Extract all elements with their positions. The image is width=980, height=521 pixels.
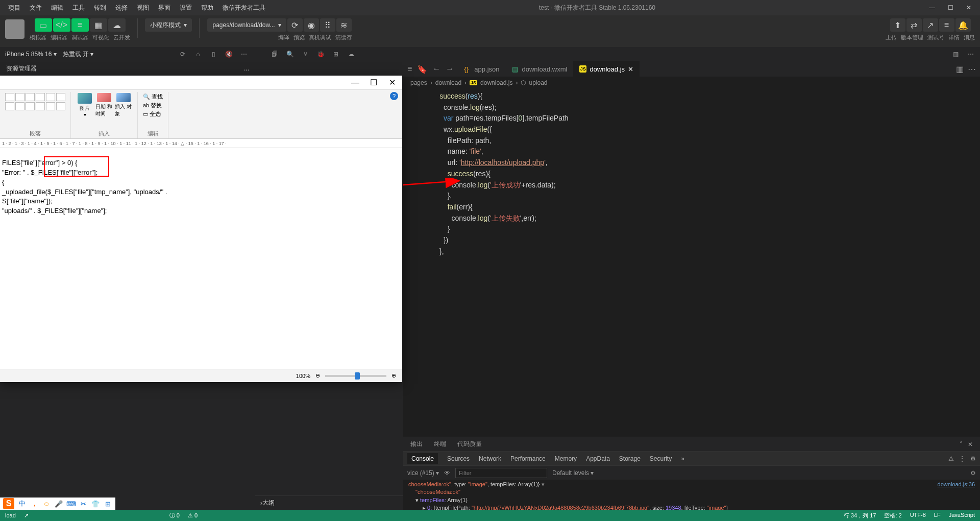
tab-more-icon[interactable]: ⋯ — [968, 64, 976, 74]
version-button[interactable]: ⇄ — [906, 18, 922, 32]
avatar[interactable] — [5, 19, 24, 39]
dt-storage[interactable]: Storage — [619, 455, 641, 462]
cloud-toggle[interactable]: ☁ — [108, 18, 126, 32]
mode-select[interactable]: 小程序模式▾ — [145, 18, 192, 32]
message-button[interactable]: 🔔 — [955, 18, 971, 32]
panel-up-icon[interactable]: ˄ — [960, 441, 963, 448]
preview-button[interactable]: ◉ — [304, 18, 319, 32]
menu-file[interactable]: 文件 — [26, 2, 46, 14]
tab-close-icon[interactable]: ✕ — [628, 65, 633, 73]
phone-icon[interactable]: ▯ — [207, 49, 219, 59]
files-icon[interactable]: 🗐 — [268, 49, 281, 59]
dt-appdata[interactable]: AppData — [586, 455, 610, 462]
ime-logo-icon[interactable]: S — [3, 498, 14, 509]
upload-button[interactable]: ⬆ — [890, 18, 905, 32]
menu-view[interactable]: 视图 — [133, 2, 153, 14]
menu-settings[interactable]: 设置 — [176, 2, 196, 14]
cloud-icon[interactable]: ☁ — [345, 49, 357, 59]
remote-debug-button[interactable]: ⠿ — [320, 18, 335, 32]
ime-voice-icon[interactable]: 🎤 — [54, 499, 63, 508]
justify-icon[interactable] — [36, 102, 45, 110]
dt-network[interactable]: Network — [479, 455, 501, 462]
split-icon[interactable]: ▥ — [956, 64, 964, 74]
editor-nav-icon[interactable]: ≡ — [407, 64, 412, 74]
home-icon[interactable]: ⌂ — [192, 49, 204, 59]
sort-icon[interactable] — [56, 93, 65, 101]
ime-punc[interactable]: ， — [30, 499, 39, 508]
levels-select[interactable]: Default levels ▾ — [552, 469, 594, 477]
menu-devtools[interactable]: 微信开发者工具 — [218, 2, 270, 14]
status-lang[interactable]: JavaScript — [949, 512, 975, 519]
status-cursor[interactable]: 行 34，列 17 — [844, 512, 876, 519]
compile-button[interactable]: ⟳ — [287, 18, 303, 32]
status-errors[interactable]: ⓘ 0 — [169, 512, 180, 519]
line-spacing-icon[interactable] — [46, 102, 55, 110]
dt-sources[interactable]: Sources — [447, 455, 470, 462]
breadcrumb[interactable]: pages›download›JSdownload.js›⬡upload — [403, 77, 980, 89]
layout-icon[interactable]: ▥ — [949, 49, 962, 59]
bookmark-icon[interactable]: 🔖 — [417, 64, 427, 74]
zoom-slider[interactable] — [325, 375, 386, 377]
menu-goto[interactable]: 转到 — [90, 2, 110, 14]
help-icon[interactable]: ? — [390, 92, 398, 100]
console-settings-icon[interactable]: ⚙ — [970, 469, 976, 477]
status-indent[interactable]: 空格: 2 — [884, 512, 901, 519]
search-icon[interactable]: 🔍 — [284, 49, 296, 59]
indent-inc-icon[interactable] — [46, 93, 55, 101]
panel-output[interactable]: 输出 — [410, 440, 423, 448]
filter-input[interactable] — [455, 468, 547, 478]
align-left-icon[interactable] — [5, 102, 14, 110]
dt-warn-icon[interactable]: ⚠ — [948, 455, 954, 462]
panel-codequality[interactable]: 代码质量 — [457, 440, 482, 448]
word-max-button[interactable]: ☐ — [368, 78, 380, 87]
word-close-button[interactable]: ✕ — [386, 78, 398, 87]
minimize-button[interactable]: — — [925, 3, 939, 13]
ime-lang[interactable]: 中 — [17, 499, 27, 508]
ime-tool-icon[interactable]: ⊞ — [103, 499, 112, 508]
menu-edit[interactable]: 编辑 — [47, 2, 67, 14]
detail-button[interactable]: ≡ — [939, 18, 954, 32]
dt-more[interactable]: » — [681, 455, 684, 462]
testid-button[interactable]: ↗ — [923, 18, 938, 32]
console-source-link[interactable]: download.js:36 — [938, 481, 975, 488]
device-select[interactable]: iPhone 5 85% 16 ▾ — [5, 51, 57, 58]
align-right-icon[interactable] — [26, 102, 35, 110]
panel-close-icon[interactable]: ✕ — [968, 441, 973, 448]
status-warnings[interactable]: ⚠ 0 — [188, 512, 198, 519]
menu-ui[interactable]: 界面 — [154, 2, 175, 14]
insert-picture[interactable]: 图片▾ — [76, 93, 93, 117]
ime-skin-icon[interactable]: 👕 — [91, 499, 100, 508]
simulator-toggle[interactable]: ▭ — [35, 18, 52, 32]
status-encoding[interactable]: UTF-8 — [910, 512, 926, 519]
explorer-more[interactable]: ... — [244, 65, 249, 72]
indent-dec-icon[interactable] — [36, 93, 45, 101]
find-button[interactable]: 🔍 查找 — [143, 93, 163, 101]
bullet-icon[interactable] — [5, 93, 14, 101]
menu-select[interactable]: 选择 — [111, 2, 132, 14]
word-min-button[interactable]: — — [349, 78, 361, 87]
clear-cache-button[interactable]: ≋ — [336, 18, 352, 32]
branch-icon[interactable]: ⑂ — [299, 49, 311, 59]
tab-wxml[interactable]: ▤download.wxml — [506, 61, 574, 77]
dt-settings-icon[interactable]: ⚙ — [970, 455, 976, 462]
dt-console[interactable]: Console — [407, 453, 438, 464]
tab-downloadjs[interactable]: JSdownload.js✕ — [573, 61, 640, 77]
ime-emoji-icon[interactable]: ☺ — [42, 499, 51, 508]
multilevel-icon[interactable] — [26, 93, 35, 101]
sim-popout-icon[interactable]: ↗ — [24, 512, 29, 519]
status-load[interactable]: load — [5, 512, 16, 518]
menu-help[interactable]: 帮助 — [197, 2, 217, 14]
tab-appjson[interactable]: {}app.json — [458, 61, 505, 77]
ime-clip-icon[interactable]: ✂ — [79, 499, 88, 508]
zoom-out[interactable]: ⊖ — [315, 372, 320, 379]
dt-security[interactable]: Security — [650, 455, 672, 462]
menu-tools[interactable]: 工具 — [68, 2, 89, 14]
menu-project[interactable]: 项目 — [4, 2, 24, 14]
dots-icon[interactable]: ⋯ — [238, 49, 250, 59]
ime-keyboard-icon[interactable]: ⌨ — [66, 499, 76, 508]
word-doc[interactable]: FILES["file"]["error"] > 0) { "Error: " … — [0, 148, 402, 352]
fwd-icon[interactable]: → — [446, 64, 454, 74]
ext-icon[interactable]: ⊞ — [330, 49, 342, 59]
insert-date[interactable]: 日期 和时间 — [95, 93, 113, 117]
outline-panel[interactable]: › 大纲 — [255, 495, 403, 510]
